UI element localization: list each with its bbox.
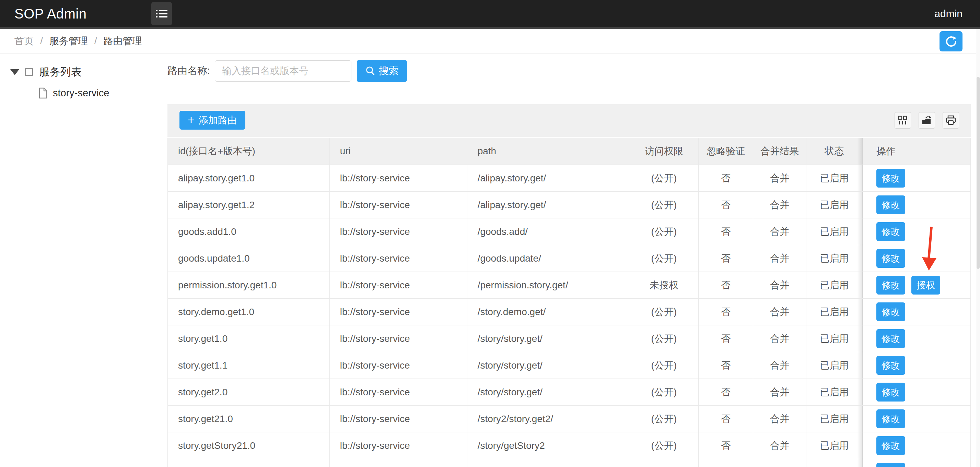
print-icon — [945, 115, 956, 125]
table-panel: + 添加路由 — [167, 104, 971, 467]
edit-button[interactable]: 修改 — [877, 195, 905, 214]
cell-ignore-auth: 否 — [698, 192, 753, 218]
cell-uri: lb://story-service — [329, 352, 467, 379]
edit-button[interactable]: 修改 — [877, 169, 905, 187]
cell-path: /goods.update/ — [467, 245, 629, 272]
cell-actions: 修改 — [863, 299, 971, 326]
main-content: 路由名称: 搜索 + 添加路由 — [167, 54, 971, 467]
cell-actions: 修改授权 — [863, 272, 971, 299]
column-header: 忽略验证 — [698, 138, 753, 165]
cell-id: goods.add1.0 — [168, 218, 330, 245]
square-icon — [25, 68, 33, 76]
cell-merge: 合并 — [753, 406, 807, 432]
column-header: 状态 — [807, 138, 863, 165]
cell-status: 已启用 — [807, 245, 863, 272]
cell-permission: (公开) — [629, 165, 698, 192]
cell-permission: 未授权 — [629, 272, 698, 299]
cell-uri: lb://story-service — [329, 218, 467, 245]
search-icon — [365, 66, 375, 76]
tree-node-story-service[interactable]: story-service — [38, 87, 167, 99]
cell-ignore-auth: 否 — [698, 272, 753, 299]
cell-id: permission.story.get1.0 — [168, 272, 330, 299]
list-icon — [155, 8, 168, 19]
refresh-button[interactable] — [940, 31, 963, 51]
cell-actions: 修改 — [863, 218, 971, 245]
add-route-button[interactable]: + 添加路由 — [180, 111, 245, 130]
search-button[interactable]: 搜索 — [357, 60, 407, 82]
cell-ignore-auth — [698, 459, 753, 467]
edit-button[interactable]: 修改 — [877, 463, 905, 467]
cell-id: goods.update1.0 — [168, 245, 330, 272]
cell-uri: lb://story-service — [329, 192, 467, 218]
edit-button[interactable]: 修改 — [877, 222, 905, 241]
edit-button[interactable]: 修改 — [877, 302, 905, 321]
edit-button[interactable]: 修改 — [877, 276, 905, 294]
table-row: story.get1.0lb://story-service/story/sto… — [168, 326, 971, 352]
cell-actions: 修改 — [863, 432, 971, 459]
cell-merge: 合并 — [753, 192, 807, 218]
cell-actions: 修改 — [863, 192, 971, 218]
plus-icon: + — [188, 114, 194, 125]
cell-status: 已启用 — [807, 326, 863, 352]
refresh-icon — [944, 34, 958, 49]
cell-id: story.get21.0 — [168, 406, 330, 432]
edit-button[interactable]: 修改 — [877, 410, 905, 428]
cell-path: /alipay.story.get/ — [467, 192, 629, 218]
column-header: 合并结果 — [753, 138, 807, 165]
cell-merge: 合并 — [753, 245, 807, 272]
cell-actions: 修改 — [863, 379, 971, 406]
cell-path: /story.demo.get/ — [467, 299, 629, 326]
cell-status: 已启用 — [807, 432, 863, 459]
top-bar: SOP Admin admin — [0, 0, 980, 27]
cell-uri — [329, 459, 467, 467]
breadcrumb-bar: 首页 / 服务管理 / 路由管理 — [0, 29, 980, 54]
table-row: 修改 — [168, 459, 971, 467]
cell-uri: lb://story-service — [329, 165, 467, 192]
cell-merge: 合并 — [753, 272, 807, 299]
search-button-label: 搜索 — [379, 64, 399, 78]
cell-status: 已启用 — [807, 379, 863, 406]
cell-actions: 修改 — [863, 459, 971, 467]
table-row: story.getStory21.0lb://story-service/sto… — [168, 432, 971, 459]
sidebar-toggle-button[interactable] — [151, 2, 172, 25]
caret-down-icon[interactable] — [10, 69, 19, 75]
cell-permission: (公开) — [629, 352, 698, 379]
search-form: 路由名称: 搜索 — [167, 60, 971, 82]
tree-node-service-list[interactable]: 服务列表 — [10, 65, 167, 79]
breadcrumb-home[interactable]: 首页 — [14, 35, 33, 48]
cell-status: 已启用 — [807, 192, 863, 218]
column-header: path — [467, 138, 629, 165]
cell-uri: lb://story-service — [329, 379, 467, 406]
edit-button[interactable]: 修改 — [877, 249, 905, 268]
cell-permission: (公开) — [629, 379, 698, 406]
cell-path: /story/story.get/ — [467, 379, 629, 406]
cell-merge: 合并 — [753, 352, 807, 379]
user-menu[interactable]: admin — [934, 8, 963, 19]
authorize-button[interactable]: 授权 — [912, 276, 940, 294]
page-scrollbar[interactable] — [976, 29, 980, 467]
route-name-input[interactable] — [215, 60, 352, 82]
cell-ignore-auth: 否 — [698, 352, 753, 379]
cell-path: /story/story.get/ — [467, 352, 629, 379]
print-button[interactable] — [943, 112, 959, 129]
edit-button[interactable]: 修改 — [877, 329, 905, 348]
table-header-row: id(接口名+版本号)uripath访问权限忽略验证合并结果状态操作 — [168, 138, 971, 165]
table-row: alipay.story.get1.0lb://story-service/al… — [168, 165, 971, 192]
edit-button[interactable]: 修改 — [877, 383, 905, 402]
cell-path: /permission.story.get/ — [467, 272, 629, 299]
export-button[interactable] — [919, 112, 935, 129]
cell-status — [807, 459, 863, 467]
columns-toggle-button[interactable] — [894, 112, 911, 129]
cell-actions: 修改 — [863, 406, 971, 432]
table-row: permission.story.get1.0lb://story-servic… — [168, 272, 971, 299]
edit-button[interactable]: 修改 — [877, 356, 905, 375]
table-tools — [894, 112, 959, 129]
table-row: goods.update1.0lb://story-service/goods.… — [168, 245, 971, 272]
breadcrumb-route-management: 路由管理 — [103, 35, 142, 48]
column-header: 操作 — [863, 138, 971, 165]
cell-path: /story/getStory2 — [467, 432, 629, 459]
page-scrollbar-thumb[interactable] — [977, 77, 980, 269]
column-header: id(接口名+版本号) — [168, 138, 330, 165]
edit-button[interactable]: 修改 — [877, 436, 905, 455]
cell-status: 已启用 — [807, 406, 863, 432]
